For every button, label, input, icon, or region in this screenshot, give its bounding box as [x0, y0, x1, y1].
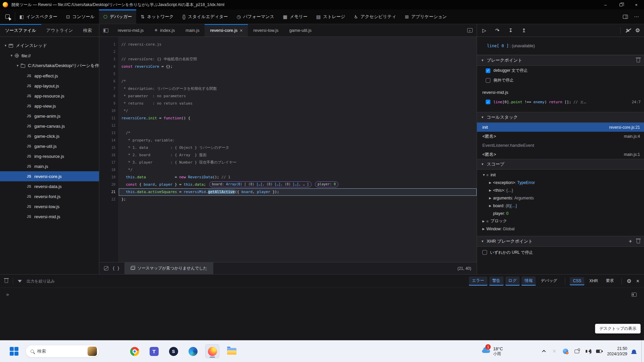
chevron-right-icon[interactable]: ▶: [489, 189, 493, 192]
scopes-section-header[interactable]: ▼ スコープ: [477, 159, 644, 170]
taskbar-search[interactable]: 検索: [25, 345, 99, 358]
open-pane-icon[interactable]: ▹: [467, 28, 473, 33]
code-line[interactable]: 5: [99, 70, 477, 78]
console-filter-情報[interactable]: 情報: [522, 277, 536, 286]
tree-item[interactable]: JSgame-canvas.js: [0, 121, 99, 131]
notification-bell-icon[interactable]: [632, 350, 636, 353]
taskbar-app-explorer[interactable]: [225, 344, 239, 358]
tree-item[interactable]: JSapp-view.js: [0, 101, 99, 111]
pretty-print-icon[interactable]: { }: [112, 266, 120, 271]
blackbox-source-icon[interactable]: [104, 266, 108, 270]
console-filter-要求[interactable]: 要求: [603, 277, 617, 286]
code-line[interactable]: 7 * description: リバーシのデータを初期化する関数: [99, 85, 477, 93]
code-line[interactable]: 1// reversi-core.js: [99, 41, 477, 48]
tool-tab-network[interactable]: ⇅ネットワーク: [136, 9, 178, 24]
breakpoint-option[interactable]: ✓debugger 文で停止: [477, 66, 644, 75]
battery-icon[interactable]: [596, 350, 602, 353]
taskbar-clock[interactable]: 21:50 2024/10/29: [607, 346, 627, 357]
code-line[interactable]: 20 const { board, player } = this.data;b…: [99, 181, 477, 188]
line-number[interactable]: 19: [99, 174, 119, 181]
remove-breakpoints-icon[interactable]: [637, 59, 640, 62]
code-line[interactable]: 3// reversiCore: {} 中核処理の名前空間: [99, 56, 477, 63]
tray-browser-icon[interactable]: [563, 349, 568, 354]
tree-item[interactable]: JSgame-click.js: [0, 131, 99, 141]
editor-tab[interactable]: game-util.js: [284, 24, 317, 37]
xhr-breakpoints-section-header[interactable]: ▼ XHR ブレークポイント +: [477, 236, 644, 247]
line-number[interactable]: 4: [99, 63, 119, 70]
line-number[interactable]: 22: [99, 196, 119, 203]
code-line[interactable]: 8 * parameter : no parameters: [99, 93, 477, 100]
tree-item[interactable]: JSgame-util.js: [0, 141, 99, 151]
tool-tab-performance[interactable]: ◷パフォーマンス: [232, 9, 279, 24]
devtools-menu-button[interactable]: ⋯: [634, 14, 639, 20]
editor-tab[interactable]: main.js: [180, 24, 205, 37]
tool-tab-application[interactable]: ⊞アプリケーション: [400, 9, 451, 24]
callstack-frame[interactable]: <匿名>main.js:4: [477, 132, 644, 141]
tree-expand-icon[interactable]: ▼: [16, 64, 21, 67]
tree-item[interactable]: JSapp-effect.js: [0, 71, 99, 81]
code-line[interactable]: 11reversiCore.init = function() {: [99, 115, 477, 122]
code-line[interactable]: 15 * 1. data : { Object } リバーシのデータ: [99, 144, 477, 152]
chevron-right-icon[interactable]: ▶: [489, 196, 493, 200]
window-restore-button[interactable]: [613, 0, 629, 9]
console-filter-エラー[interactable]: エラー: [469, 277, 487, 286]
editor-tab[interactable]: reversi-core.js×: [205, 24, 248, 37]
console-filter-CSS[interactable]: CSS: [570, 277, 584, 285]
code-line[interactable]: 4const reversiCore = {};: [99, 63, 477, 70]
xhr-pause-option[interactable]: いずれかの URL で停止: [477, 247, 644, 258]
line-number[interactable]: 18: [99, 166, 119, 174]
code-line[interactable]: 6/*: [99, 78, 477, 85]
chevron-right-icon[interactable]: ▶: [482, 227, 486, 231]
code-line[interactable]: 22};: [99, 196, 477, 203]
breakpoint-entry[interactable]: ✓line[0].point !== enemy) return []; // …: [477, 97, 644, 107]
player-preview[interactable]: player: 0: [315, 181, 338, 187]
board-preview[interactable]: board: Array(8) [ (8) […], (8) […], (8) …: [209, 181, 312, 187]
cast-display-icon[interactable]: [575, 350, 579, 353]
watch-expression-row[interactable]: line[ 0 ] : (unavailable): [477, 37, 644, 55]
line-number[interactable]: 6: [99, 78, 119, 85]
ignore-source-button[interactable]: [626, 28, 630, 33]
close-tab-icon[interactable]: ×: [240, 28, 243, 33]
taskbar-app-edge[interactable]: [186, 344, 200, 358]
chevron-right-icon[interactable]: ▶: [482, 220, 486, 223]
code-line[interactable]: 12: [99, 122, 477, 129]
line-number[interactable]: 13: [99, 129, 119, 137]
tree-item[interactable]: ▼file://: [0, 51, 99, 61]
code-line[interactable]: 13 /*: [99, 129, 477, 137]
tree-item[interactable]: ▼メインスレッド: [0, 41, 99, 51]
code-line[interactable]: 14 * property, variable:: [99, 137, 477, 144]
line-number[interactable]: 10: [99, 107, 119, 115]
checkbox-unchecked[interactable]: [486, 78, 490, 83]
tool-tab-storage[interactable]: ▤ストレージ: [312, 9, 350, 24]
editor-tab[interactable]: reversi-low.js: [248, 24, 284, 37]
code-line[interactable]: 16 * 2. board : { Array } 盤面: [99, 152, 477, 159]
scope-row[interactable]: ▶≡ブロック: [479, 217, 644, 225]
checkbox-unchecked[interactable]: [482, 250, 487, 255]
clear-console-icon[interactable]: [5, 279, 8, 283]
console-settings-icon[interactable]: [627, 278, 631, 284]
tree-item[interactable]: JSreversi-mid.js: [0, 212, 99, 222]
split-view-icon[interactable]: [623, 15, 628, 19]
add-xhr-breakpoint-icon[interactable]: +: [629, 238, 632, 244]
console-filter-input[interactable]: [26, 279, 100, 284]
tree-item[interactable]: JSimg-resource.js: [0, 151, 99, 161]
sidebar-tab[interactable]: 検索: [78, 24, 97, 37]
start-button[interactable]: [7, 345, 21, 358]
breakpoint-option[interactable]: 例外で停止: [477, 75, 644, 85]
editor-tab[interactable]: reversi-mid.js: [112, 24, 149, 37]
scope-row[interactable]: ▶Window: Global: [479, 225, 644, 233]
taskbar-app-chrome[interactable]: [127, 344, 142, 358]
volume-icon[interactable]: [586, 350, 587, 353]
tree-item[interactable]: JSapp-resource.js: [0, 91, 99, 101]
close-console-icon[interactable]: ×: [636, 278, 639, 284]
scope-row[interactable]: ▶<this>: {…}: [479, 186, 644, 194]
editor-tab[interactable]: ❖index.js: [149, 24, 180, 37]
tray-expand-icon[interactable]: [542, 350, 546, 354]
step-over-button[interactable]: [495, 27, 500, 34]
code-line[interactable]: 10 */: [99, 107, 477, 115]
console-filter-ログ[interactable]: ログ: [505, 277, 520, 286]
tool-tab-inspector[interactable]: ◧インスペクター: [15, 9, 62, 24]
debugger-settings-icon[interactable]: [635, 27, 640, 34]
tool-tab-style-editor[interactable]: {}スタイルエディター: [178, 9, 232, 24]
line-number[interactable]: 2: [99, 48, 119, 56]
